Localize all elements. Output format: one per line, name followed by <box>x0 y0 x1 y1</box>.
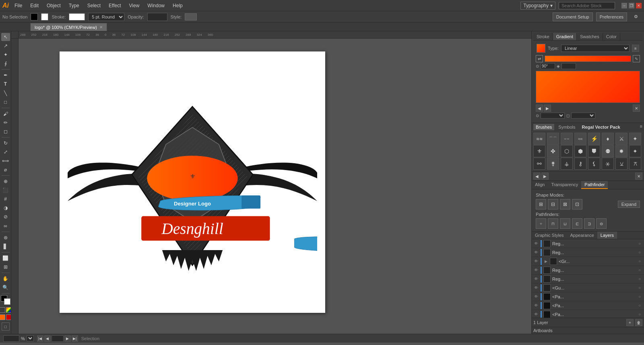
pen-tool-button[interactable]: ✒ <box>1 71 10 79</box>
unite-btn[interactable]: ⊞ <box>536 199 546 209</box>
menu-file[interactable]: File <box>13 2 24 9</box>
zoom-input[interactable]: 100% <box>3 335 19 342</box>
brush-item-7[interactable]: ⚔ <box>615 133 627 145</box>
gradient-color-btn[interactable] <box>6 307 12 313</box>
menu-window[interactable]: Window <box>146 2 166 9</box>
eyedropper-tool-button[interactable]: ⊘ <box>1 213 10 221</box>
line-tool-button[interactable]: ╲ <box>1 89 10 97</box>
transparency-tab[interactable]: Transparency <box>548 181 581 189</box>
layer-lock-4[interactable]: ○ <box>637 267 642 273</box>
brush-item-4[interactable]: ≈≈ <box>574 133 586 145</box>
menu-edit[interactable]: Edit <box>29 2 40 9</box>
layer-vis-6[interactable]: 👁 <box>533 285 539 291</box>
last-artboard-btn[interactable]: ▶| <box>72 335 78 342</box>
location-input[interactable] <box>561 63 576 69</box>
layer-vis-1[interactable]: 👁 <box>533 241 539 246</box>
scale-tool-button[interactable]: ⤢ <box>1 148 10 156</box>
style-swatch[interactable] <box>185 13 197 21</box>
outline-btn[interactable]: ⊐ <box>584 218 594 229</box>
prev-artboard-btn[interactable]: ◀ <box>44 335 51 342</box>
layers-tab[interactable]: Layers <box>597 232 617 239</box>
artboard-tool-button[interactable]: ⬜ <box>1 254 10 262</box>
gradient-edit-btn[interactable]: ✎ <box>633 55 640 62</box>
brush-next-btn[interactable]: ▶ <box>541 172 549 180</box>
layer-item-6[interactable]: 👁 <Gu... ○ <box>532 283 644 292</box>
zoom-select[interactable]: ▾ <box>27 335 34 341</box>
trim-btn[interactable]: ⊓ <box>548 218 558 229</box>
gradient-bar[interactable] <box>545 55 631 62</box>
gradient-tab[interactable]: Gradient <box>553 33 577 40</box>
pencil-tool-button[interactable]: ✏ <box>1 119 10 127</box>
expand-button[interactable]: Expand <box>618 201 640 208</box>
zoom-tool-button[interactable]: 🔍 <box>1 283 10 292</box>
layer-item-5[interactable]: 👁 Reg... ○ <box>532 275 644 283</box>
brush-item-6[interactable]: ♦ <box>602 133 614 145</box>
brush-item-8[interactable]: ✦ <box>629 133 641 145</box>
brushes-tab[interactable]: Brushes <box>533 124 554 130</box>
opacity-input[interactable]: 100% <box>147 13 167 21</box>
color-tab[interactable]: Color <box>603 33 620 40</box>
pathfinder-tab[interactable]: Pathfinder <box>581 181 608 189</box>
brush-item-2[interactable]: ⌒⌒ <box>547 133 559 145</box>
close-button[interactable]: ✕ <box>636 3 642 8</box>
none-color-btn[interactable] <box>0 307 5 313</box>
rotate-tool-button[interactable]: ↻ <box>1 139 10 147</box>
width-tool-button[interactable]: ⟺ <box>1 157 10 165</box>
layer-expand-3[interactable]: ▶ <box>543 259 548 264</box>
layer-item-3[interactable]: 👁 ▶ <Gr... ○ <box>532 257 644 266</box>
layer-vis-9[interactable]: 👁 <box>533 312 539 317</box>
gradient-type-select[interactable]: Linear Radial <box>561 45 630 52</box>
layer-lock-7[interactable]: ○ <box>637 294 642 300</box>
layer-item-7[interactable]: 👁 <Pa... ○ <box>532 292 644 301</box>
type-tool-button[interactable]: T <box>1 80 10 88</box>
stroke-weight-select[interactable]: 5 pt. Round 1 pt. 3 pt. 10 pt. <box>88 13 124 21</box>
intersect-btn[interactable]: ⊠ <box>560 199 570 209</box>
search-input[interactable] <box>559 2 615 9</box>
brush-item-9[interactable]: ⚜ <box>533 145 545 157</box>
rectangle-tool-button[interactable]: □ <box>1 98 10 106</box>
graphic-styles-tab[interactable]: Graphic Styles <box>532 232 567 239</box>
red-swatch[interactable] <box>6 314 12 320</box>
gradient-prev-btn[interactable]: ◀ <box>536 105 543 112</box>
stroke-color-swatch[interactable] <box>41 13 48 21</box>
panel-menu-btn[interactable]: ≡ <box>640 124 642 130</box>
gradient-options-button[interactable]: ≡ <box>632 45 639 52</box>
opacity-select[interactable] <box>571 113 595 119</box>
brush-item-10[interactable]: ✤ <box>547 145 559 157</box>
brush-item-13[interactable]: ⛊ <box>588 145 600 157</box>
menu-help[interactable]: Help <box>171 2 184 9</box>
layer-lock-6[interactable]: ○ <box>637 285 642 291</box>
align-tab[interactable]: Align <box>532 181 548 189</box>
gradient-close-btn[interactable]: ✕ <box>633 105 640 112</box>
gradient-preview-swatch[interactable] <box>537 44 545 53</box>
warp-tool-button[interactable]: ⌀ <box>1 166 10 174</box>
brush-item-15[interactable]: ✸ <box>615 145 627 157</box>
selection-tool-button[interactable]: ↖ <box>1 33 10 41</box>
swatches-tab[interactable]: Swatches <box>577 33 603 40</box>
stroke-tab[interactable]: Stroke <box>533 33 553 40</box>
magic-wand-tool-button[interactable]: ✦ <box>1 51 10 59</box>
hand-tool-button[interactable]: ✋ <box>1 275 10 283</box>
brush-item-19[interactable]: ⚶ <box>561 158 573 170</box>
brush-item-14[interactable]: ⚉ <box>602 145 614 157</box>
brush-item-1[interactable]: ≋≋ <box>533 133 545 145</box>
brush-item-16[interactable]: ✦ <box>629 145 641 157</box>
swatch-container[interactable] <box>1 295 10 305</box>
layer-vis-8[interactable]: 👁 <box>533 303 539 308</box>
layer-lock-3[interactable]: ○ <box>637 259 642 264</box>
layer-lock-2[interactable]: ○ <box>637 250 642 255</box>
orange-swatch[interactable] <box>0 314 5 320</box>
symbols-tab[interactable]: Symbols <box>556 124 578 130</box>
mesh-tool-button[interactable]: # <box>1 195 10 203</box>
direct-selection-tool-button[interactable]: ↗ <box>1 42 10 50</box>
extra-btn[interactable]: ⚙ <box>630 14 642 19</box>
document-setup-button[interactable]: Document Setup <box>553 12 593 21</box>
brush-item-18[interactable]: ⚵ <box>547 158 559 170</box>
layer-lock-5[interactable]: ○ <box>637 276 642 282</box>
delete-layer-btn[interactable]: 🗑 <box>635 319 642 326</box>
layer-item-9[interactable]: 👁 <Pa... ○ <box>532 310 644 318</box>
layer-vis-4[interactable]: 👁 <box>533 267 539 273</box>
paintbrush-tool-button[interactable]: 🖌 <box>1 110 10 118</box>
merge-btn[interactable]: ⊔ <box>560 218 570 229</box>
menu-select[interactable]: Select <box>86 2 102 9</box>
